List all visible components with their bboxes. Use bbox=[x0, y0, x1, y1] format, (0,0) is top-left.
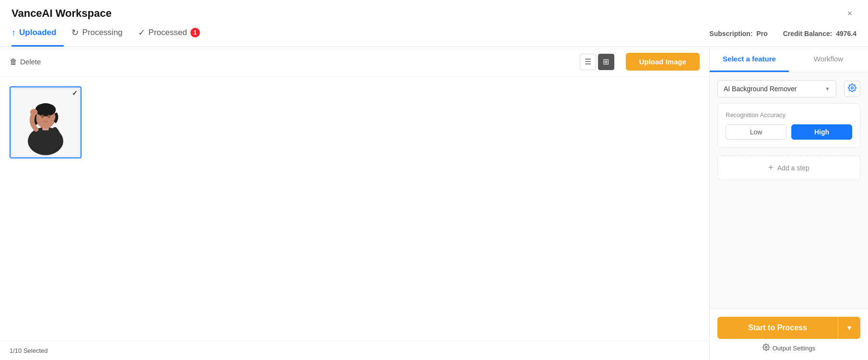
tab-processing[interactable]: ↻ Processing bbox=[71, 20, 130, 47]
feature-name: AI Background Remover bbox=[724, 85, 825, 93]
feature-selector-row: AI Background Remover ▼ bbox=[717, 80, 860, 97]
svg-point-8 bbox=[30, 109, 38, 116]
start-button-row: Start to Process ▼ bbox=[717, 317, 860, 339]
start-process-arrow-button[interactable]: ▼ bbox=[838, 317, 860, 339]
grid-view-button[interactable]: ⊞ bbox=[598, 54, 614, 70]
accuracy-buttons: Low High bbox=[726, 124, 852, 140]
upload-icon: ↑ bbox=[12, 28, 16, 38]
svg-point-9 bbox=[851, 86, 854, 89]
processing-icon: ↻ bbox=[71, 27, 79, 38]
accuracy-label: Recognition Accuracy bbox=[726, 111, 852, 119]
image-check-mark: ✓ bbox=[72, 89, 78, 97]
close-button[interactable]: × bbox=[843, 7, 856, 20]
upload-image-button[interactable]: Upload Image bbox=[626, 53, 700, 71]
feature-settings-button[interactable] bbox=[844, 81, 860, 97]
tab-bar: ↑ Uploaded ↻ Processing ✓ Processed 1 Su… bbox=[0, 20, 868, 47]
right-panel: Select a feature Workflow AI Background … bbox=[710, 47, 868, 360]
tab-processed[interactable]: ✓ Processed 1 bbox=[138, 20, 208, 47]
bottom-status: 1/10 Selected bbox=[0, 341, 709, 360]
credit-info: Credit Balance: 4976.4 bbox=[783, 30, 856, 37]
plus-icon: + bbox=[768, 163, 774, 173]
chevron-down-icon: ▼ bbox=[846, 324, 853, 332]
svg-point-5 bbox=[35, 103, 56, 116]
output-settings-link[interactable]: Output Settings bbox=[717, 344, 860, 352]
add-step-button[interactable]: + Add a step bbox=[717, 156, 860, 180]
list-icon: ☰ bbox=[585, 57, 591, 66]
credit-balance: 4976.4 bbox=[836, 30, 856, 37]
image-grid: ✓ bbox=[0, 77, 709, 341]
tab-select-feature[interactable]: Select a feature bbox=[710, 47, 789, 72]
gear-icon bbox=[848, 84, 856, 95]
view-toggle: ☰ ⊞ bbox=[580, 54, 614, 70]
start-process-button[interactable]: Start to Process bbox=[717, 317, 838, 339]
left-toolbar: 🗑 Delete ☰ ⊞ Upload Image bbox=[0, 47, 709, 77]
svg-point-10 bbox=[765, 347, 767, 348]
accuracy-high-button[interactable]: High bbox=[791, 124, 852, 140]
app-title: VanceAI Workspace bbox=[12, 7, 843, 20]
output-settings-icon bbox=[762, 344, 770, 352]
grid-icon: ⊞ bbox=[603, 57, 609, 66]
subscription-plan: Pro bbox=[756, 30, 767, 37]
right-content: AI Background Remover ▼ Rec bbox=[710, 72, 868, 198]
accuracy-section: Recognition Accuracy Low High bbox=[717, 103, 860, 148]
image-card[interactable]: ✓ bbox=[10, 86, 82, 158]
start-section: Start to Process ▼ Output Settings bbox=[710, 309, 868, 360]
accuracy-low-button[interactable]: Low bbox=[726, 124, 786, 140]
dropdown-arrow-icon: ▼ bbox=[825, 86, 830, 92]
processed-badge: 1 bbox=[190, 28, 200, 37]
feature-dropdown[interactable]: AI Background Remover ▼ bbox=[717, 80, 836, 97]
trash-icon: 🗑 bbox=[10, 58, 17, 66]
tab-uploaded[interactable]: ↑ Uploaded bbox=[12, 20, 64, 47]
svg-point-7 bbox=[47, 115, 50, 118]
delete-button[interactable]: 🗑 Delete bbox=[10, 58, 41, 66]
list-view-button[interactable]: ☰ bbox=[580, 54, 596, 70]
image-thumbnail bbox=[11, 87, 81, 157]
subscription-info: Subscription: Pro bbox=[709, 30, 767, 37]
tab-workflow[interactable]: Workflow bbox=[789, 47, 868, 72]
svg-point-6 bbox=[41, 115, 44, 118]
right-tabs: Select a feature Workflow bbox=[710, 47, 868, 72]
processed-icon: ✓ bbox=[138, 27, 145, 38]
